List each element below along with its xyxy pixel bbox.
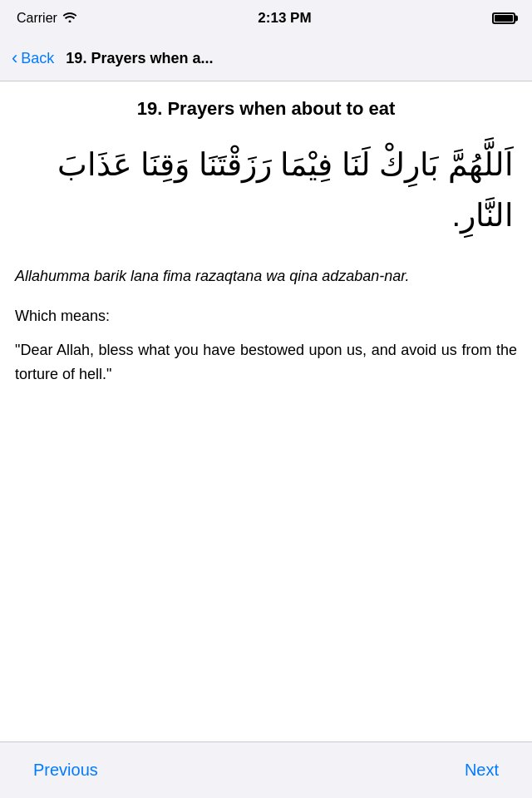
nav-title: 19. Prayers when a...: [66, 50, 213, 67]
battery-fill: [495, 15, 513, 22]
meaning-label: Which means:: [15, 308, 517, 325]
carrier-info: Carrier: [17, 11, 77, 26]
battery-indicator: [492, 12, 515, 24]
back-button[interactable]: ‹ Back: [12, 50, 54, 67]
back-chevron-icon: ‹: [12, 49, 17, 67]
carrier-label: Carrier: [17, 11, 57, 26]
meaning-text: "Dear Allah, bless what you have bestowe…: [15, 338, 517, 387]
status-bar: Carrier 2:13 PM: [0, 0, 532, 37]
transliteration-text: Allahumma barik lana fima razaqtana wa q…: [15, 264, 517, 288]
bottom-navigation: Previous Next: [0, 741, 532, 798]
prayer-title: 19. Prayers when about to eat: [15, 98, 517, 120]
arabic-text: اَللَّهُمَّ بَارِكْ لَنَا فِيْمَا رَزَقْ…: [15, 140, 517, 241]
back-label: Back: [21, 50, 54, 67]
battery-icon: [492, 12, 515, 24]
status-time: 2:13 PM: [258, 10, 311, 27]
wifi-icon: [62, 11, 77, 26]
main-content: 19. Prayers when about to eat اَللَّهُمَ…: [0, 81, 532, 741]
previous-button[interactable]: Previous: [25, 752, 106, 788]
navigation-bar: ‹ Back 19. Prayers when a...: [0, 37, 532, 81]
next-button[interactable]: Next: [456, 752, 507, 788]
